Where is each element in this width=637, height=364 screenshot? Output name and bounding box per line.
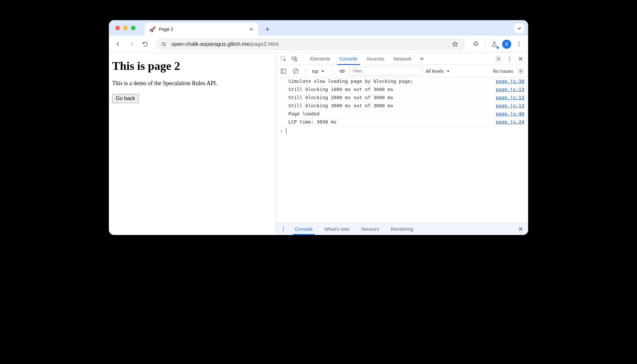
cursor bbox=[286, 128, 286, 134]
svg-point-0 bbox=[162, 43, 163, 44]
svg-point-2 bbox=[519, 42, 520, 43]
log-entry: Page loadedpage.js:40 bbox=[276, 110, 528, 118]
log-entry: LCP time: 3658 mspage.js:24 bbox=[276, 118, 528, 126]
svg-point-11 bbox=[509, 60, 510, 61]
source-link[interactable]: page.js:13 bbox=[496, 95, 524, 100]
address-bar[interactable]: open-chalk-asparagus.glitch.me/page2.htm… bbox=[156, 38, 465, 50]
tab-sources[interactable]: Sources bbox=[363, 53, 388, 65]
svg-point-16 bbox=[283, 227, 284, 228]
browser-toolbar: open-chalk-asparagus.glitch.me/page2.htm… bbox=[109, 36, 528, 53]
source-link[interactable]: page.js:13 bbox=[496, 87, 524, 92]
tab-network[interactable]: Network bbox=[390, 53, 415, 65]
site-settings-icon[interactable] bbox=[160, 41, 167, 48]
console-settings-button[interactable] bbox=[516, 66, 526, 76]
drawer-tab-console[interactable]: Console bbox=[290, 223, 318, 235]
forward-button[interactable] bbox=[126, 38, 137, 50]
svg-point-10 bbox=[509, 58, 510, 59]
log-entry: Still blocking 3000 ms out of 3000 mspag… bbox=[276, 102, 528, 110]
svg-rect-12 bbox=[281, 69, 286, 73]
toggle-sidebar-button[interactable] bbox=[279, 66, 288, 76]
log-levels-selector[interactable]: All levels bbox=[425, 68, 451, 74]
filter-input[interactable] bbox=[350, 67, 423, 75]
svg-point-14 bbox=[342, 70, 344, 72]
context-selector[interactable]: top bbox=[310, 68, 328, 74]
tab-title: Page 2 bbox=[159, 27, 245, 32]
svg-point-9 bbox=[509, 56, 510, 57]
browser-menu-button[interactable] bbox=[513, 38, 525, 50]
devtools-tabbar: Elements Console Sources Network bbox=[276, 53, 528, 65]
labs-button[interactable] bbox=[488, 38, 500, 50]
source-link[interactable]: page.js:13 bbox=[496, 103, 524, 108]
browser-tab[interactable]: 🚀 Page 2 bbox=[145, 23, 258, 36]
page-heading: This is page 2 bbox=[112, 59, 272, 73]
devtools-menu-button[interactable] bbox=[505, 54, 514, 64]
tab-elements[interactable]: Elements bbox=[306, 53, 334, 65]
page-body-text: This is a demo of the Speculation Rules … bbox=[112, 80, 272, 87]
reload-button[interactable] bbox=[139, 38, 151, 50]
more-tabs-button[interactable] bbox=[417, 54, 426, 64]
clear-console-button[interactable] bbox=[291, 66, 301, 76]
console-toolbar: top All levels No Issues bbox=[276, 65, 528, 77]
log-entry: Still blocking 2000 ms out of 3000 mspag… bbox=[276, 94, 528, 102]
devtools-panel: Elements Console Sources Network bbox=[276, 53, 528, 235]
page-viewport: This is page 2 This is a demo of the Spe… bbox=[109, 53, 276, 235]
drawer-tab-whatsnew[interactable]: What's new bbox=[319, 223, 355, 235]
log-entry: Still blocking 1000 ms out of 3000 mspag… bbox=[276, 85, 528, 94]
svg-point-15 bbox=[520, 70, 522, 72]
inspect-element-button[interactable] bbox=[279, 54, 288, 64]
issues-label[interactable]: No Issues bbox=[493, 69, 513, 74]
url-text: open-chalk-asparagus.glitch.me/page2.htm… bbox=[171, 41, 445, 47]
device-toolbar-button[interactable] bbox=[290, 54, 299, 64]
tab-strip: 🚀 Page 2 bbox=[109, 20, 528, 36]
new-tab-button[interactable] bbox=[262, 24, 273, 34]
console-log: Simulate slow loading page by blocking p… bbox=[276, 77, 528, 223]
devtools-drawer: Console What's new Sensors Rendering bbox=[276, 223, 528, 235]
log-entry: Simulate slow loading page by blocking p… bbox=[276, 77, 528, 85]
minimize-window-button[interactable] bbox=[123, 26, 128, 30]
svg-point-3 bbox=[519, 44, 520, 45]
tab-console[interactable]: Console bbox=[336, 53, 361, 65]
console-prompt[interactable]: › bbox=[276, 126, 528, 136]
prompt-caret-icon: › bbox=[280, 128, 283, 134]
drawer-tab-sensors[interactable]: Sensors bbox=[356, 223, 384, 235]
live-expression-button[interactable] bbox=[337, 66, 347, 76]
toolbar-divider bbox=[485, 41, 485, 48]
source-link[interactable]: page.js:24 bbox=[496, 119, 524, 124]
browser-window: 🚀 Page 2 open-chalk-asparagus.glitch bbox=[109, 20, 528, 235]
close-tab-button[interactable] bbox=[249, 27, 254, 32]
drawer-tab-rendering[interactable]: Rendering bbox=[385, 223, 418, 235]
source-link[interactable]: page.js:40 bbox=[496, 111, 524, 116]
svg-point-1 bbox=[164, 45, 165, 46]
close-window-button[interactable] bbox=[115, 26, 120, 30]
content-area: This is page 2 This is a demo of the Spe… bbox=[109, 53, 528, 235]
go-back-button[interactable]: Go back bbox=[112, 94, 139, 103]
drawer-menu-button[interactable] bbox=[279, 224, 288, 234]
close-devtools-button[interactable] bbox=[516, 54, 526, 64]
tabs-dropdown-button[interactable] bbox=[514, 23, 524, 33]
bookmark-button[interactable] bbox=[449, 38, 461, 50]
svg-point-18 bbox=[283, 230, 284, 231]
svg-point-8 bbox=[498, 58, 500, 59]
devtools-settings-button[interactable] bbox=[494, 54, 503, 64]
maximize-window-button[interactable] bbox=[131, 26, 136, 30]
svg-point-4 bbox=[519, 46, 520, 46]
source-link[interactable]: page.js:38 bbox=[496, 79, 524, 84]
profile-avatar[interactable]: B bbox=[502, 40, 511, 49]
window-controls bbox=[109, 20, 142, 36]
back-button[interactable] bbox=[112, 38, 124, 50]
tab-favicon: 🚀 bbox=[149, 26, 156, 32]
close-drawer-button[interactable] bbox=[516, 224, 526, 234]
svg-point-17 bbox=[283, 228, 284, 229]
extensions-button[interactable] bbox=[470, 38, 482, 50]
